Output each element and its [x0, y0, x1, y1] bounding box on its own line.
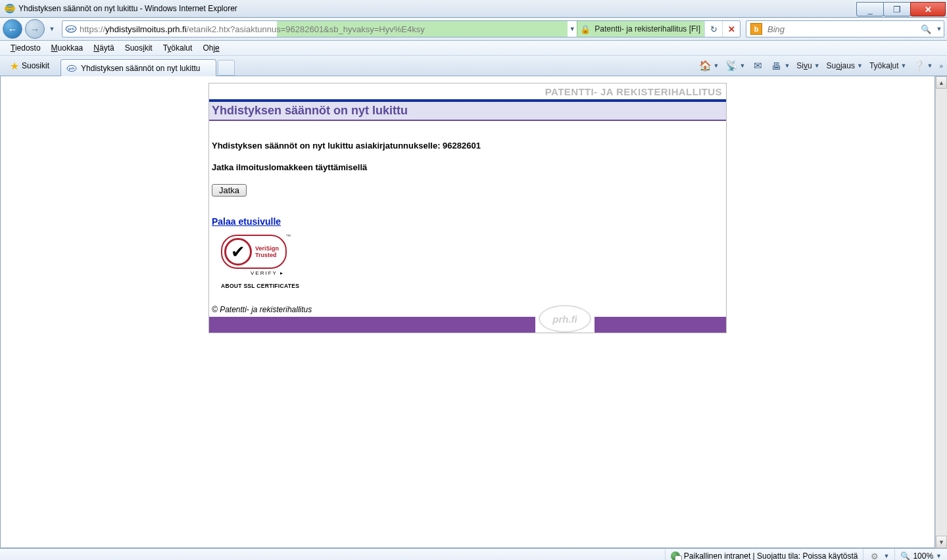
search-box[interactable]: b 🔍 ▼	[746, 20, 944, 37]
footer-stripe-left	[209, 317, 535, 333]
maximize-button[interactable]: ❐	[883, 2, 911, 16]
help-button[interactable]: ❔▼	[911, 58, 936, 74]
status-bar: Paikallinen intranet | Suojattu tila: Po…	[0, 548, 947, 560]
org-header: PATENTTI- JA REKISTERIHALLITUS	[209, 83, 726, 99]
copyright: © Patentti- ja rekisterihallitus	[209, 296, 726, 317]
zoom-value: 100%	[913, 551, 933, 560]
bing-icon: b	[750, 23, 762, 35]
feeds-button[interactable]: 📡▼	[723, 58, 748, 74]
zone-icon	[671, 551, 680, 560]
close-button[interactable]: ✕	[910, 2, 946, 16]
page-body: PATENTTI- JA REKISTERIHALLITUS Yhdistyks…	[0, 76, 935, 548]
print-icon: 🖶	[770, 60, 782, 72]
page-content: Yhdistyksen säännöt on nyt lukittu asiak…	[209, 121, 726, 296]
page-menu[interactable]: Sivu▼	[794, 58, 822, 74]
lock-icon: 🔒	[580, 24, 591, 34]
prh-logo: prh.fi	[539, 305, 591, 333]
back-button[interactable]: ←	[3, 19, 22, 39]
ie-icon	[4, 3, 16, 14]
menu-file[interactable]: Tiedosto	[5, 41, 46, 55]
menu-favorites[interactable]: Suosikit	[120, 41, 158, 55]
footer-stripe-right	[595, 317, 726, 333]
locked-message: Yhdistyksen säännöt on nyt lukittu asiak…	[212, 141, 723, 151]
zone-label: Paikallinen intranet | Suojattu tila: Po…	[684, 551, 858, 560]
rss-icon: 📡	[725, 60, 737, 72]
page-heading: Yhdistyksen säännöt on nyt lukittu	[209, 102, 726, 121]
tools-menu[interactable]: Työkalut▼	[867, 58, 910, 74]
verisign-verify: VERIFY ▸	[221, 270, 284, 276]
address-history-dropdown[interactable]: ▼	[568, 26, 577, 32]
favorites-label: Suosikit	[22, 61, 49, 70]
new-tab-button[interactable]	[218, 60, 235, 76]
security-status[interactable]: 🔒 Patentti- ja rekisterihallitus [FI]	[577, 21, 704, 37]
star-icon: ★	[10, 60, 19, 72]
verisign-line1: VeriSign	[255, 245, 279, 252]
home-button[interactable]: 🏠▼	[697, 58, 722, 74]
home-link[interactable]: Palaa etusivulle	[212, 216, 281, 227]
command-bar: 🏠▼ 📡▼ ✉ 🖶▼ Sivu▼ Suojaus▼ Työkalut▼ ❔▼ »	[697, 58, 943, 74]
zoom-control[interactable]: 🔍 100% ▼	[894, 549, 947, 560]
menu-help[interactable]: Ohje	[197, 41, 224, 55]
svg-text:prh: prh	[69, 66, 76, 70]
security-label: Patentti- ja rekisterihallitus [FI]	[595, 24, 700, 34]
recent-pages-dropdown[interactable]: ▼	[47, 26, 57, 32]
continue-message: Jatka ilmoituslomakkeen täyttämisellä	[212, 162, 723, 172]
scroll-down-button[interactable]: ▼	[936, 536, 947, 548]
vertical-scrollbar[interactable]: ▲ ▼	[935, 76, 947, 548]
menu-bar: Tiedosto Muokkaa Näytä Suosikit Työkalut…	[0, 41, 947, 56]
address-bar[interactable]: prh https://yhdistysilmoitus.prh.fi/etan…	[62, 20, 741, 37]
forward-button[interactable]: →	[25, 19, 45, 39]
favorites-bar: ★ Suosikit prh Yhdistyksen säännöt on ny…	[0, 56, 947, 76]
search-provider-dropdown[interactable]: ▼	[935, 26, 944, 32]
search-button[interactable]: 🔍	[917, 24, 935, 34]
safety-menu[interactable]: Suojaus▼	[824, 58, 865, 74]
window-title-bar: Yhdistyksen säännöt on nyt lukittu - Win…	[0, 0, 947, 18]
home-icon: 🏠	[700, 60, 712, 72]
trademark-icon: ™	[285, 233, 291, 239]
site-icon: prh	[65, 23, 77, 35]
command-overflow[interactable]: »	[939, 62, 943, 70]
verisign-about[interactable]: ABOUT SSL CERTIFICATES	[221, 283, 723, 289]
window-title: Yhdistyksen säännöt on nyt lukittu - Win…	[18, 4, 237, 13]
verisign-seal[interactable]: ™ ✔ VeriSign Trusted VERIFY ▸ ABOUT SSL …	[221, 235, 723, 289]
svg-text:prh: prh	[68, 26, 74, 31]
browser-viewport: PATENTTI- JA REKISTERIHALLITUS Yhdistyks…	[0, 76, 947, 548]
search-input[interactable]	[766, 22, 917, 36]
footer-bar: prh.fi	[209, 317, 726, 333]
menu-view[interactable]: Näytä	[88, 41, 119, 55]
checkmark-icon: ✔	[224, 238, 252, 266]
content-container: PATENTTI- JA REKISTERIHALLITUS Yhdistyks…	[208, 83, 727, 333]
zoom-icon: 🔍	[900, 551, 910, 560]
tab-icon: prh	[66, 63, 77, 74]
protected-mode-toggle[interactable]: ⚙ ▼	[863, 549, 894, 560]
scroll-up-button[interactable]: ▲	[936, 76, 947, 89]
browser-tab-active[interactable]: prh Yhdistyksen säännöt on nyt lukittu	[61, 59, 216, 77]
minimize-button[interactable]: _	[856, 2, 884, 16]
verisign-line2: Trusted	[255, 252, 279, 258]
mail-icon: ✉	[752, 60, 764, 72]
print-button[interactable]: 🖶▼	[767, 58, 792, 74]
protected-mode-icon: ⚙	[869, 550, 881, 560]
menu-edit[interactable]: Muokkaa	[46, 41, 89, 55]
help-icon: ❔	[913, 60, 925, 72]
stop-button[interactable]: ✕	[722, 21, 740, 37]
favorites-button[interactable]: ★ Suosikit	[4, 57, 55, 74]
continue-button[interactable]: Jatka	[212, 184, 247, 197]
address-text[interactable]: https://yhdistysilmoitus.prh.fi/etanik2.…	[80, 21, 568, 37]
read-mail-button[interactable]: ✉	[749, 58, 766, 74]
security-zone[interactable]: Paikallinen intranet | Suojattu tila: Po…	[665, 549, 863, 560]
menu-tools[interactable]: Työkalut	[158, 41, 198, 55]
tab-title: Yhdistyksen säännöt on nyt lukittu	[81, 64, 200, 73]
navigation-bar: ← → ▼ prh https://yhdistysilmoitus.prh.f…	[0, 18, 947, 41]
refresh-button[interactable]: ↻	[704, 21, 722, 37]
